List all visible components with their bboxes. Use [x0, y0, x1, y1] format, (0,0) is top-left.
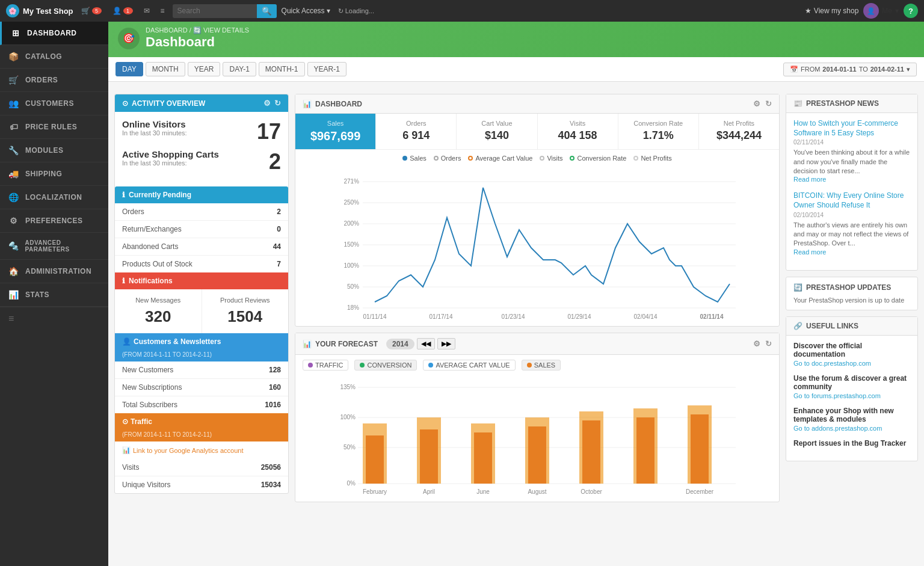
traffic-title: Traffic	[131, 417, 152, 426]
svg-text:150%: 150%	[343, 241, 359, 248]
stats-icon: 📊	[8, 290, 19, 300]
legend-visits[interactable]: Visits	[540, 155, 562, 162]
legend-sales[interactable]: Sales	[402, 155, 427, 162]
filter-year-1-btn[interactable]: YEAR-1	[307, 62, 346, 76]
stat-sales: Sales $967,699	[295, 114, 376, 149]
filter-month-1-btn[interactable]: MONTH-1	[259, 62, 305, 76]
filter-year-btn[interactable]: YEAR	[188, 62, 221, 76]
shop-name: My Test Shop	[23, 7, 73, 16]
prev-year-btn[interactable]: ◀◀	[417, 338, 435, 349]
forecast-settings-icon[interactable]: ⚙	[753, 339, 760, 348]
bar-chart-container: 135% 100% 50% 0%	[295, 375, 779, 502]
activity-overview-title: ACTIVITY OVERVIEW	[132, 99, 205, 108]
cart-badge: 5	[92, 7, 102, 14]
date-range-display[interactable]: 📅 FROM 2014-01-11 TO 2014-02-11 ▾	[783, 63, 917, 76]
legend-dot-orders	[434, 156, 439, 161]
filter-month-btn[interactable]: MONTH	[146, 62, 185, 76]
useful-links-header: 🔗 USEFUL LINKS	[786, 317, 917, 336]
orders-icon: 🛒	[8, 75, 19, 85]
user-icon-btn[interactable]: 👤 1	[109, 7, 136, 15]
shop-logo[interactable]: 🌸 My Test Shop	[6, 4, 73, 17]
filter-day-1-btn[interactable]: DAY-1	[223, 62, 256, 76]
useful-links-body: Discover the official documentation Go t…	[786, 336, 917, 461]
pending-header: ℹ Currently Pending	[115, 186, 288, 203]
loading-indicator: ↻ Loading...	[338, 7, 374, 15]
forecast-traffic-btn[interactable]: TRAFFIC	[303, 360, 348, 371]
from-date: 2014-01-11	[822, 66, 856, 73]
useful-link-href-1[interactable]: Go to forums.prestashop.com	[793, 392, 910, 399]
dashboard-stats-row: Sales $967,699 Orders 6 914 Cart Value $…	[295, 114, 779, 150]
svg-text:01/17/14: 01/17/14	[430, 313, 453, 320]
news-title-0[interactable]: How to Switch your E-commerce Software i…	[793, 119, 910, 138]
quick-access-btn[interactable]: Quick Access ▾	[282, 7, 330, 15]
sidebar-item-preferences[interactable]: ⚙ PREFERENCES	[0, 209, 108, 233]
google-analytics-link[interactable]: 📊 Link to your Google Analytics account	[115, 441, 288, 459]
shipping-icon: 🚚	[8, 169, 19, 179]
search-input[interactable]	[173, 5, 257, 17]
cart-icon-btn[interactable]: 🛒 5	[78, 7, 105, 15]
prestashop-updates-section: 🔄 PRESTASHOP UPDATES Your PrestaShop ver…	[786, 277, 918, 310]
pending-returns-row: Return/Exchanges 0	[115, 221, 288, 238]
out-of-stock-row: Products Out of Stock 7	[115, 256, 288, 272]
sidebar-label-dashboard: DASHBOARD	[27, 29, 77, 37]
news-header: 📰 PRESTASHOP NEWS	[786, 94, 917, 113]
sidebar-item-shipping[interactable]: 🚚 SHIPPING	[0, 162, 108, 186]
useful-link-2: Enhance your Shop with new templates & m…	[793, 407, 910, 432]
news-read-more-1[interactable]: Read more	[793, 248, 910, 256]
search-button[interactable]: 🔍	[257, 4, 277, 18]
filter-day-btn[interactable]: DAY	[116, 62, 143, 76]
user-badge: 1	[123, 7, 133, 14]
sidebar-toggle[interactable]: ≡	[0, 307, 108, 330]
useful-link-href-0[interactable]: Go to doc.prestashop.com	[793, 360, 910, 367]
traffic-icon: ⊙	[122, 417, 128, 426]
sidebar-item-customers[interactable]: 👥 CUSTOMERS	[0, 92, 108, 115]
line-chart-container: 271% 250% 200% 150% 100% 50% 18% 01/11/1…	[295, 167, 779, 326]
help-button[interactable]: ?	[904, 4, 918, 18]
sidebar-item-catalog[interactable]: 📦 CATALOG	[0, 45, 108, 69]
menu-icon-btn[interactable]: ≡	[158, 7, 168, 15]
news-title-1[interactable]: BITCOIN: Why Every Online Store Owner Sh…	[793, 191, 910, 210]
forecast-avg-cart-btn[interactable]: AVERAGE CART VALUE	[423, 360, 515, 371]
useful-links-section: 🔗 USEFUL LINKS Discover the official doc…	[786, 316, 918, 461]
breadcrumb-parent[interactable]: DASHBOARD	[146, 26, 188, 34]
news-read-more-0[interactable]: Read more	[793, 176, 910, 183]
useful-link-href-2[interactable]: Go to addons.prestashop.com	[793, 425, 910, 432]
breadcrumb-view-details[interactable]: 🔄 VIEW DETAILS	[193, 26, 249, 34]
forecast-refresh-icon[interactable]: ↻	[765, 339, 772, 348]
mail-icon-btn[interactable]: ✉	[141, 7, 153, 15]
sidebar-item-administration[interactable]: 🏠 ADMINISTRATION	[0, 260, 108, 283]
activity-overview-header: ⊙ ACTIVITY OVERVIEW ⚙ ↻	[115, 94, 288, 112]
sidebar-item-advanced-parameters[interactable]: 🔩 ADVANCED PARAMETERS	[0, 233, 108, 260]
sidebar-item-stats[interactable]: 📊 STATS	[0, 283, 108, 307]
svg-text:01/11/14: 01/11/14	[363, 313, 387, 320]
view-my-shop-btn[interactable]: ★ View my shop	[805, 7, 858, 15]
forecast-conversion-btn[interactable]: CONVERSION	[354, 360, 417, 371]
year-badge: 2014	[386, 339, 414, 349]
sidebar-label-modules: MODULES	[25, 146, 64, 155]
chart-settings-icon[interactable]: ⚙	[753, 99, 760, 108]
forecast-sales-btn[interactable]: SALES	[522, 360, 561, 371]
sidebar-item-orders[interactable]: 🛒 ORDERS	[0, 69, 108, 92]
legend-conversion[interactable]: Conversion Rate	[570, 155, 626, 162]
activity-settings-icon[interactable]: ⚙	[263, 99, 271, 108]
left-column: ⊙ ACTIVITY OVERVIEW ⚙ ↻ Online Visitors …	[114, 94, 289, 508]
customers-subheader: (FROM 2014-1-11 TO 2014-2-11)	[115, 350, 288, 361]
abandoned-carts-row: Abandoned Carts 44	[115, 238, 288, 256]
svg-text:18%: 18%	[347, 304, 359, 311]
svg-text:0%: 0%	[347, 480, 356, 487]
calendar-icon: 📅	[790, 66, 798, 73]
stat-conversion: Conversion Rate 1.71%	[618, 114, 699, 149]
activity-refresh-icon[interactable]: ↻	[274, 99, 281, 108]
legend-net-profits[interactable]: Net Profits	[633, 155, 671, 162]
chart-refresh-icon[interactable]: ↻	[765, 99, 772, 108]
sidebar-item-modules[interactable]: 🔧 MODULES	[0, 139, 108, 162]
sidebar-label-admin: ADMINISTRATION	[25, 267, 91, 275]
legend-orders[interactable]: Orders	[434, 155, 461, 162]
sidebar-item-dashboard[interactable]: ⊞ DASHBOARD	[0, 22, 108, 45]
user-menu-btn[interactable]: 👤 Me ▾	[863, 3, 899, 19]
next-year-btn[interactable]: ▶▶	[437, 338, 455, 349]
sidebar-item-localization[interactable]: 🌐 LOCALIZATION	[0, 186, 108, 209]
legend-avg-cart[interactable]: Average Cart Value	[468, 155, 532, 162]
stat-cart-value: Cart Value $140	[457, 114, 537, 149]
sidebar-item-price-rules[interactable]: 🏷 PRICE RULES	[0, 115, 108, 139]
